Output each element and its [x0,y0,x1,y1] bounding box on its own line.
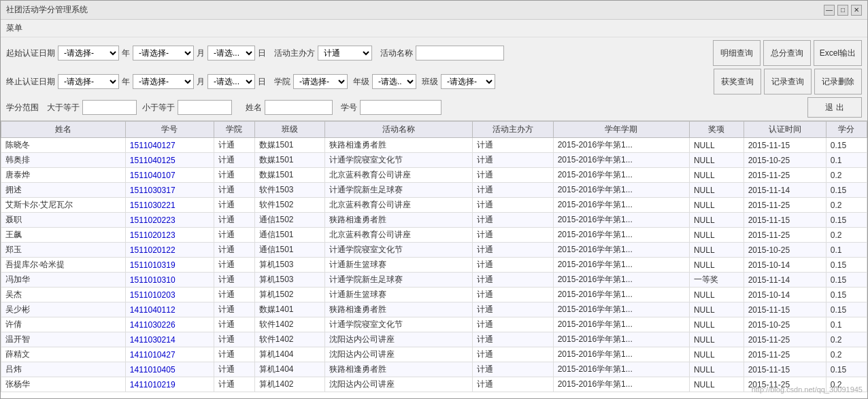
end-day-select[interactable]: -请选... [207,74,255,89]
excel-button[interactable]: Excel输出 [814,40,862,66]
menu-bar: 菜单 [1,20,867,37]
table-cell: 吕炜 [1,362,126,377]
gte-input[interactable] [82,100,137,115]
table-cell: 数媒1501 [254,138,325,153]
grade-select[interactable]: -请选... [372,74,416,89]
table-row[interactable]: 薛精文1411010427计通算机1404沈阳达内公司讲座计通2015-2016… [1,347,867,362]
table-cell: 0.1 [826,243,867,258]
table-row[interactable]: 韩奥排1511040125计通数媒1501计通学院寝室文化节计通2015-201… [1,153,867,168]
table-cell: 吴杰 [1,288,126,302]
table-row[interactable]: 吴杰1511010203计通算机1502计通新生篮球赛计通2015-2016学年… [1,288,867,302]
table-cell: 0.1 [826,317,867,332]
table-cell: 2015-2016学年第1... [553,332,689,347]
table-cell: 沈阳达内公司讲座 [325,347,472,362]
activity-name-input[interactable] [416,46,504,60]
table-row[interactable]: 吾提库尔·哈米提1511010319计通算机1503计通新生篮球赛计通2015-… [1,258,867,273]
table-cell: 狭路相逢勇者胜 [325,138,472,153]
table-cell: 许倩 [1,317,126,332]
end-month-select[interactable]: -请选择- [133,74,194,89]
month-label-1: 月 [197,48,205,59]
table-header-cell: 学年学期 [553,122,689,138]
table-cell: 1511040125 [125,153,214,168]
table-row[interactable]: 聂职1511020223计通通信1502狭路相逢勇者胜计通2015-2016学年… [1,213,867,228]
table-header-cell: 姓名 [1,122,126,138]
table-header-cell: 班级 [254,122,325,138]
table-cell: NULL [689,302,744,317]
watermark: http://blog.csdn.net/qq_30091945 [752,385,863,394]
start-day-select[interactable]: -请选... [207,46,255,60]
table-cell: 2015-2016学年第1... [553,377,689,392]
table-cell: 计通新生篮球赛 [325,288,472,302]
table-cell: 温开智 [1,332,126,347]
detail-query-button[interactable]: 明细查询 [713,40,761,66]
end-year-select[interactable]: -请选择- [58,74,119,89]
table-row[interactable]: 吴少彬1411040112计通数媒1401狭路相逢勇者胜计通2015-2016学… [1,302,867,317]
table-cell: 王飙 [1,228,126,243]
maximize-button[interactable]: □ [837,5,848,16]
start-month-select[interactable]: -请选择- [133,46,194,60]
exit-button[interactable]: 退 出 [807,97,862,118]
table-cell: 聂职 [1,213,126,228]
activity-name-label: 活动名称 [380,48,413,59]
end-date-label: 终止认证日期 [6,76,55,88]
table-row[interactable]: 唐泰烨1511040107计通数媒1501北京蓝科教育公司讲座计通2015-20… [1,168,867,183]
table-header-cell: 奖项 [689,122,744,138]
table-row[interactable]: 郑玉1511020122计通通信1501计通学院寝室文化节计通2015-2016… [1,243,867,258]
table-cell: 算机1402 [254,377,325,392]
table-row[interactable]: 张杨华1411010219计通算机1402沈阳达内公司讲座计通2015-2016… [1,377,867,392]
table-cell: 沈阳达内公司讲座 [325,377,472,392]
table-cell: 2015-2016学年第1... [553,243,689,258]
start-year-select[interactable]: -请选择- [58,46,119,60]
table-row[interactable]: 吕炜1411010405计通算机1404狭路相逢勇者胜计通2015-2016学年… [1,362,867,377]
menu-label[interactable]: 菜单 [6,23,22,33]
grade-label: 年级 [353,76,369,88]
table-row[interactable]: 王飙1511020123计通通信1501北京蓝科教育公司讲座计通2015-201… [1,228,867,243]
filter-row-2: 终止认证日期 -请选择- 年 -请选择- 月 -请选... 日 学院 -请选择-… [6,69,862,94]
class-select[interactable]: -请选择- [441,74,495,89]
table-cell: 2015-11-25 [744,198,826,213]
filter-row-1: 起始认证日期 -请选择- 年 -请选择- 月 -请选... 日 活动主办方 计通… [6,40,862,66]
college-select[interactable]: -请选择- [293,74,348,89]
table-row[interactable]: 拥述1511030317计通软件1503计通学院新生足球赛计通2015-2016… [1,183,867,198]
table-cell: 计通 [472,317,553,332]
table-cell: 计通 [214,258,254,273]
table-cell: 2015-11-14 [744,183,826,198]
table-row[interactable]: 冯加华1511010310计通算机1503计通学院新生足球赛计通2015-201… [1,273,867,288]
table-cell: 计通 [214,198,254,213]
record-delete-button[interactable]: 记录删除 [814,69,862,94]
minimize-button[interactable]: — [824,5,835,16]
award-query-button[interactable]: 获奖查询 [714,69,761,94]
total-query-button[interactable]: 总分查询 [763,40,811,66]
record-query-button[interactable]: 记录查询 [764,69,812,94]
table-row[interactable]: 温开智1411030214计通软件1402沈阳达内公司讲座计通2015-2016… [1,332,867,347]
lte-input[interactable] [178,100,232,115]
organizer-select[interactable]: 计通 [318,46,372,60]
table-cell: 2015-2016学年第1... [553,347,689,362]
table-cell: 算机1404 [254,362,325,377]
table-cell: 计通学院新生足球赛 [325,183,472,198]
name-input[interactable] [265,100,333,115]
table-cell: 计通 [472,183,553,198]
table-row[interactable]: 许倩1411030226计通软件1402计通学院寝室文化节计通2015-2016… [1,317,867,332]
table-cell: 1411010427 [125,347,214,362]
table-cell: 北京蓝科教育公司讲座 [325,228,472,243]
table-row[interactable]: 艾斯卡尔·艾尼瓦尔1511030221计通软件1502北京蓝科教育公司讲座计通2… [1,198,867,213]
id-input[interactable] [360,100,441,115]
main-window: 社团活动学分管理系统 — □ ✕ 菜单 起始认证日期 -请选择- 年 -请选择-… [0,0,868,399]
table-cell: 狭路相逢勇者胜 [325,362,472,377]
table-header-cell: 学院 [214,122,254,138]
table-cell: NULL [689,198,744,213]
table-cell: 1411030226 [125,317,214,332]
close-button[interactable]: ✕ [851,5,862,16]
table-row[interactable]: 陈晓冬1511040127计通数媒1501狭路相逢勇者胜计通2015-2016学… [1,138,867,153]
table-cell: 算机1502 [254,288,325,302]
table-cell: 北京蓝科教育公司讲座 [325,198,472,213]
table-cell: 狭路相逢勇者胜 [325,302,472,317]
table-cell: 计通 [214,183,254,198]
id-label: 学号 [341,102,357,114]
table-cell: 吾提库尔·哈米提 [1,258,126,273]
table-cell: NULL [689,228,744,243]
table-cell: 计通 [472,243,553,258]
table-cell: 2015-2016学年第1... [553,153,689,168]
table-cell: 狭路相逢勇者胜 [325,213,472,228]
